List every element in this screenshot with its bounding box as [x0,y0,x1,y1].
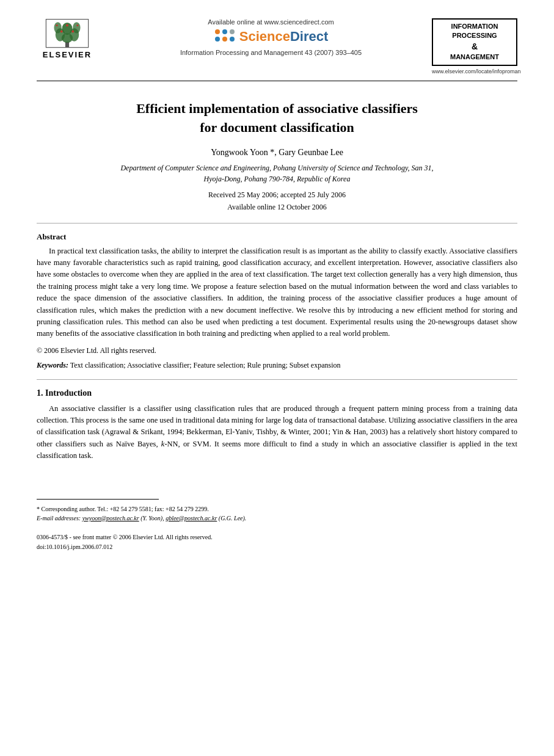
svg-point-11 [76,24,78,26]
header: ELSEVIER Available online at www.science… [37,18,517,75]
science-part: Science [239,29,290,44]
doi-line: doi:10.1016/j.ipm.2006.07.012 [37,542,517,552]
svg-point-16 [215,37,220,42]
elsevier-tree-icon [43,18,92,49]
copyright: © 2006 Elsevier Ltd. All rights reserved… [37,345,517,356]
affiliation-line2: Hyoja-Dong, Pohang 790-784, Republic of … [204,175,351,183]
keywords-values: Text classification; Associative classif… [70,361,341,369]
paper-title-line1: Efficient implementation of associative … [136,101,418,116]
journal-logo-line3: MANAGEMENT [437,53,512,62]
svg-point-13 [215,29,220,34]
journal-url: www.elsevier.com/locate/infoproman [432,68,517,75]
bottom-info: 0306-4573/$ - see front matter © 2006 El… [37,532,517,552]
keywords-line: Keywords: Text classification; Associati… [37,360,517,371]
svg-point-8 [71,31,74,33]
direct-part: Direct [290,29,328,44]
svg-point-15 [230,29,235,34]
section-divider-2 [37,379,517,380]
paper-title: Efficient implementation of associative … [37,100,517,137]
authors: Yongwook Yoon *, Gary Geunbae Lee [37,148,517,158]
abstract-title: Abstract [37,232,517,242]
header-divider [37,81,517,81]
title-section: Efficient implementation of associative … [37,100,517,213]
footnote-star: * Corresponding author. Tel.: +82 54 279… [37,504,517,523]
footnote-email: E-mail addresses: ywyoon@postech.ac.kr (… [37,515,246,522]
ref-agrawal: Agrawal & Srikant, 1994; Bekkerman, El-Y… [104,427,385,436]
email-yoon[interactable]: ywyoon@postech.ac.kr [82,515,139,522]
gblee-name: (G.G. Lee). [219,515,247,522]
journal-info: Information Processing and Management 43… [110,49,432,56]
journal-logo-line2: PROCESSING [437,31,512,40]
section-divider-1 [37,223,517,224]
introduction-section: 1. Introduction An associative classifie… [37,388,517,462]
elsevier-logo: ELSEVIER [37,18,98,61]
svg-point-10 [56,24,58,26]
svg-point-14 [222,29,227,34]
affiliation-line1: Department of Computer Science and Engin… [120,164,433,172]
header-right: INFORMATION PROCESSING & MANAGEMENT www.… [432,18,517,75]
dates: Received 25 May 2006; accepted 25 July 2… [37,189,517,213]
knn-label: k [161,440,165,448]
svg-point-18 [230,37,235,42]
footnote-area: * Corresponding author. Tel.: +82 54 279… [37,499,517,552]
affiliation: Department of Computer Science and Engin… [37,162,517,184]
email-gblee[interactable]: gblee@postech.ac.kr [166,515,217,522]
journal-logo-box: INFORMATION PROCESSING & MANAGEMENT [432,18,517,66]
svg-point-9 [66,24,68,27]
elsevier-logo-section: ELSEVIER [37,18,110,61]
email-label: E-mail addresses: [37,515,82,522]
available-online-text: Available online at www.sciencedirect.co… [110,18,432,26]
introduction-text: An associative classifier is a classifie… [37,403,517,462]
issn-line: 0306-4573/$ - see front matter © 2006 El… [37,532,517,542]
abstract-text: In practical text classification tasks, … [37,245,517,340]
received-date: Received 25 May 2006; accepted 25 July 2… [208,191,346,199]
introduction-title: 1. Introduction [37,388,517,398]
header-center: Available online at www.sciencedirect.co… [110,18,432,56]
sciencedirect-dots-icon [214,28,236,45]
sciencedirect-logo: ScienceDirect [110,28,432,45]
svg-point-7 [60,31,63,33]
journal-logo-line1: INFORMATION [437,22,512,31]
yoon-name: (Y. Yoon), [140,515,166,522]
footnote-divider [37,499,159,500]
page: ELSEVIER Available online at www.science… [0,0,554,756]
available-online-date: Available online 12 October 2006 [227,203,326,211]
abstract-section: Abstract In practical text classificatio… [37,232,517,371]
journal-logo-amp: & [437,41,512,53]
footnote-star-text: * Corresponding author. Tel.: +82 54 279… [37,506,209,512]
svg-point-17 [222,37,227,42]
elsevier-label: ELSEVIER [43,50,92,59]
keywords-label: Keywords: [37,361,68,369]
paper-title-line2: for document classification [200,120,354,135]
sciencedirect-text: ScienceDirect [239,29,329,45]
